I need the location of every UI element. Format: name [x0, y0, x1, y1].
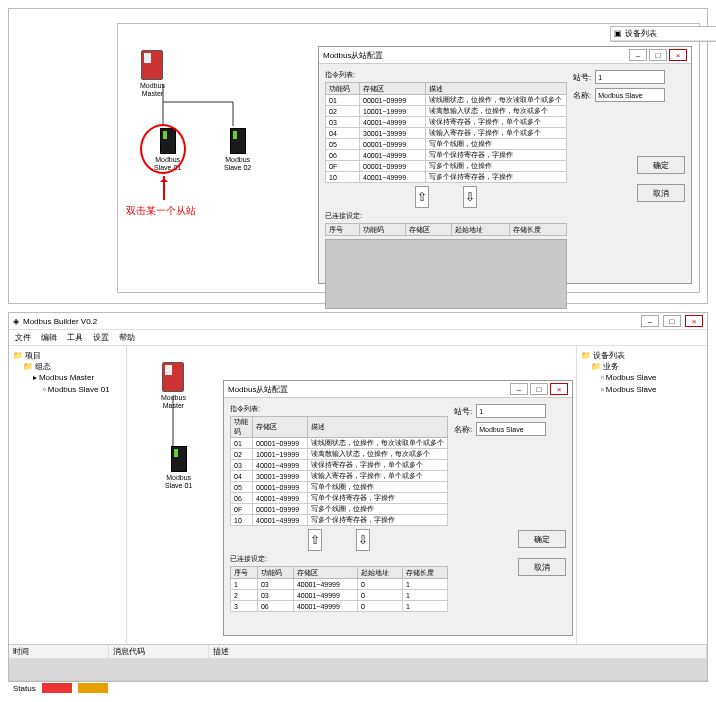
table-row[interactable]: 1040001~49999写多个保持寄存器，字操作	[326, 172, 567, 183]
menu-bar: 文件 编辑 工具 设置 帮助	[9, 330, 707, 346]
table-row[interactable]: 0210001~19999读离散输入状态，位操作，每次或多个	[326, 106, 567, 117]
table-row[interactable]: 0430001~39999读输入寄存器，字操作，单个或多个	[231, 471, 448, 482]
window-titlebar: ◈ Modbus Builder V0.2 – □ ×	[9, 313, 707, 330]
menu-help[interactable]: 帮助	[119, 332, 135, 343]
cancel-button[interactable]: 取消	[637, 184, 685, 202]
instruction-table[interactable]: 功能码 存储区 描述 0100001~09999读线圈状态，位操作，每次读取单个…	[325, 82, 567, 183]
table-row[interactable]: 0100001~09999读线圈状态，位操作，每次读取单个或多个	[231, 438, 448, 449]
instruction-table[interactable]: 功能码 存储区 描述 0100001~09999读线圈状态，位操作，每次读取单个…	[230, 416, 448, 526]
add-down-button[interactable]: ⇧	[415, 186, 429, 208]
app-icon: ◈	[13, 317, 19, 326]
device-list-panel[interactable]: 📁 设备列表 📁 业务 ▫ Modbus Slave ▫ Modbus Slav…	[577, 346, 707, 644]
tree-group[interactable]: 组态	[35, 362, 51, 371]
table-row[interactable]: 0640001~49999写单个保持寄存器，字操作	[231, 493, 448, 504]
devlist-slave[interactable]: Modbus Slave	[606, 385, 657, 394]
log-body[interactable]	[9, 659, 707, 680]
table-row[interactable]: 0F00001~09999写多个线圈，位操作	[231, 504, 448, 515]
dialog-titlebar: Modbus从站配置 – □ ×	[319, 47, 691, 64]
added-col-0: 序号	[326, 224, 360, 236]
device-master-icon	[141, 50, 163, 80]
device-master-icon	[162, 362, 184, 392]
table-row[interactable]: 0500001~09999写单个线圈，位操作	[231, 482, 448, 493]
added-table[interactable]: 序号 功能码 存储区 起始地址 存储长度	[325, 223, 567, 236]
station-no-input[interactable]	[595, 70, 665, 84]
menu-file[interactable]: 文件	[15, 332, 31, 343]
table-row[interactable]: 0100001~09999读线圈状态，位操作，每次读取单个或多个	[326, 95, 567, 106]
added-list-label: 已连接设定:	[230, 554, 448, 564]
instruction-list-label: 指令列表:	[325, 70, 567, 80]
close-button[interactable]: ×	[550, 383, 568, 395]
minimize-button[interactable]: –	[641, 315, 659, 327]
master-node[interactable]: ModbusMaster	[161, 362, 186, 409]
devlist-root[interactable]: 设备列表	[593, 351, 625, 360]
device-slave-icon	[171, 446, 187, 472]
instr-col-2: 描述	[426, 83, 567, 95]
table-row[interactable]: 1040001~49999写多个保持寄存器，字操作	[231, 515, 448, 526]
minimize-button[interactable]: –	[629, 49, 647, 61]
master-node[interactable]: ModbusMaster	[140, 50, 165, 97]
tree-master[interactable]: Modbus Master	[39, 373, 94, 382]
table-row[interactable]: 30640001~4999901	[231, 601, 448, 612]
remove-up-button[interactable]: ⇩	[356, 529, 370, 551]
minimize-button[interactable]: –	[510, 383, 528, 395]
added-col-3: 起始地址	[452, 224, 509, 236]
maximize-button[interactable]: □	[530, 383, 548, 395]
added-table[interactable]: 序号 功能码 存储区 起始地址 存储长度 10340001~4999901203…	[230, 566, 448, 612]
added-col-1: 功能码	[257, 567, 293, 579]
added-col-2: 存储区	[406, 224, 452, 236]
ok-button[interactable]: 确定	[637, 156, 685, 174]
tree-slave1[interactable]: Modbus Slave 01	[48, 385, 110, 394]
slave-node-2[interactable]: ModbusSlave 02	[224, 128, 251, 171]
table-row[interactable]: 0340001~49999读保持寄存器，字操作，单个或多个	[326, 117, 567, 128]
table-row[interactable]: 0210001~19999读离散输入状态，位操作，每次或多个	[231, 449, 448, 460]
close-button[interactable]: ×	[685, 315, 703, 327]
station-no-input[interactable]	[476, 404, 546, 418]
menu-edit[interactable]: 编辑	[41, 332, 57, 343]
close-button[interactable]: ×	[669, 49, 687, 61]
application-window: ◈ Modbus Builder V0.2 – □ × 文件 编辑 工具 设置 …	[8, 312, 708, 682]
name-input[interactable]	[595, 88, 665, 102]
project-tree[interactable]: 📁 项目 📁 组态 ▸ Modbus Master ▫ Modbus Slave…	[9, 346, 127, 644]
table-row[interactable]: 0340001~49999读保持寄存器，字操作，单个或多个	[231, 460, 448, 471]
log-col-time: 时间	[9, 645, 109, 658]
status-chip-red	[42, 683, 72, 693]
instr-col-0: 功能码	[231, 417, 253, 438]
remove-up-button[interactable]: ⇩	[463, 186, 477, 208]
added-list-label: 已连接设定:	[325, 211, 567, 221]
menu-setting[interactable]: 设置	[93, 332, 109, 343]
add-down-button[interactable]: ⇧	[308, 529, 322, 551]
slave1-label: ModbusSlave 01	[165, 474, 192, 489]
log-panel: 时间 消息代码 描述	[9, 644, 707, 680]
topology-canvas[interactable]: ModbusMaster ModbusSlave 01 Modbus从站配置 –…	[127, 346, 577, 644]
added-empty-area	[325, 239, 567, 309]
maximize-button[interactable]: □	[663, 315, 681, 327]
slave-node-1[interactable]: ModbusSlave 01	[165, 446, 192, 489]
instr-col-1: 存储区	[360, 83, 426, 95]
table-row[interactable]: 0430001~39999读输入寄存器，字操作，单个或多个	[326, 128, 567, 139]
table-row[interactable]: 0500001~09999写单个线圈，位操作	[326, 139, 567, 150]
master-label: ModbusMaster	[161, 394, 186, 409]
devlist-group[interactable]: 业务	[603, 362, 619, 371]
dialog-title-text: Modbus从站配置	[323, 50, 383, 61]
table-row[interactable]: 0640001~49999写单个保持寄存器，字操作	[326, 150, 567, 161]
table-row[interactable]: 20340001~4999901	[231, 590, 448, 601]
node-icon: ▫	[601, 385, 604, 394]
status-label: Status	[13, 684, 36, 693]
ok-button[interactable]: 确定	[518, 530, 566, 548]
added-col-4: 存储长度	[403, 567, 448, 579]
tree-root[interactable]: 项目	[25, 351, 41, 360]
maximize-button[interactable]: □	[649, 49, 667, 61]
folder-icon: 📁	[591, 362, 601, 371]
app-title: Modbus Builder V0.2	[23, 317, 97, 326]
table-row[interactable]: 10340001~4999901	[231, 579, 448, 590]
station-no-label: 站号:	[454, 406, 472, 417]
device-list-window[interactable]: ▣ 设备列表	[610, 26, 716, 42]
devlist-title: 设备列表	[625, 28, 657, 39]
menu-tool[interactable]: 工具	[67, 332, 83, 343]
station-no-label: 站号:	[573, 72, 591, 83]
devlist-slave[interactable]: Modbus Slave	[606, 373, 657, 382]
table-row[interactable]: 0F00001~09999写多个线圈，位操作	[326, 161, 567, 172]
folder-icon: 📁	[23, 362, 33, 371]
name-input[interactable]	[476, 422, 546, 436]
cancel-button[interactable]: 取消	[518, 558, 566, 576]
